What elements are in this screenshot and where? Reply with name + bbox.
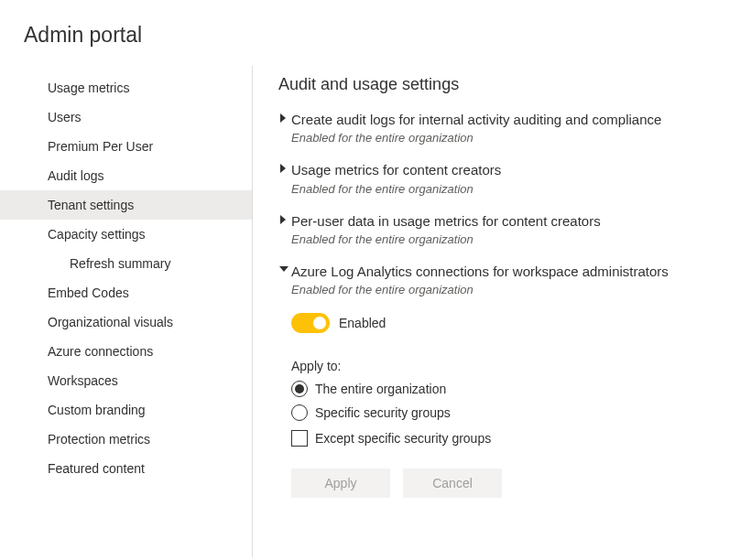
radio-specific-groups[interactable]: Specific security groups bbox=[291, 404, 724, 421]
radio-icon bbox=[291, 404, 308, 421]
expanded-panel: Enabled Apply to: The entire organizatio… bbox=[291, 302, 724, 498]
checkbox-icon bbox=[291, 430, 308, 447]
caret-right-icon bbox=[278, 214, 291, 225]
sidebar-item-embed-codes[interactable]: Embed Codes bbox=[0, 278, 252, 307]
setting-title: Azure Log Analytics connections for work… bbox=[291, 263, 724, 281]
sidebar: Usage metrics Users Premium Per User Aud… bbox=[0, 66, 253, 557]
setting-status: Enabled for the entire organization bbox=[291, 131, 724, 145]
sidebar-item-azure-connections[interactable]: Azure connections bbox=[0, 337, 252, 366]
radio-entire-org[interactable]: The entire organization bbox=[291, 381, 724, 397]
sidebar-item-capacity-settings[interactable]: Capacity settings bbox=[0, 220, 252, 249]
caret-right-icon bbox=[278, 113, 291, 124]
sidebar-item-users[interactable]: Users bbox=[0, 102, 252, 132]
caret-down-icon bbox=[278, 264, 291, 274]
sidebar-item-tenant-settings[interactable]: Tenant settings bbox=[0, 190, 252, 220]
setting-status: Enabled for the entire organization bbox=[291, 283, 724, 296]
sidebar-item-workspaces[interactable]: Workspaces bbox=[0, 366, 252, 395]
setting-title: Usage metrics for content creators bbox=[291, 161, 724, 179]
setting-title: Per-user data in usage metrics for conte… bbox=[291, 212, 724, 231]
radio-icon bbox=[291, 381, 308, 397]
setting-title: Create audit logs for internal activity … bbox=[291, 111, 724, 129]
enabled-toggle[interactable] bbox=[291, 313, 330, 333]
apply-button[interactable]: Apply bbox=[291, 468, 390, 498]
sidebar-item-organizational-visuals[interactable]: Organizational visuals bbox=[0, 307, 252, 337]
main-content: Audit and usage settings Create audit lo… bbox=[253, 66, 740, 557]
caret-right-icon bbox=[278, 163, 291, 174]
sidebar-subitem-refresh-summary[interactable]: Refresh summary bbox=[0, 249, 252, 278]
checkbox-except-specific[interactable]: Except specific security groups bbox=[291, 430, 724, 447]
sidebar-item-protection-metrics[interactable]: Protection metrics bbox=[0, 425, 252, 454]
page-title: Admin portal bbox=[0, 0, 740, 66]
setting-row-usage-metrics[interactable]: Usage metrics for content creators Enabl… bbox=[278, 161, 724, 195]
enabled-toggle-label: Enabled bbox=[339, 316, 386, 330]
setting-row-azure-log-analytics[interactable]: Azure Log Analytics connections for work… bbox=[278, 263, 724, 296]
sidebar-item-usage-metrics[interactable]: Usage metrics bbox=[0, 73, 252, 102]
setting-row-per-user-data[interactable]: Per-user data in usage metrics for conte… bbox=[278, 212, 724, 246]
section-heading: Audit and usage settings bbox=[278, 75, 724, 94]
setting-status: Enabled for the entire organization bbox=[291, 232, 724, 246]
setting-row-audit-logs[interactable]: Create audit logs for internal activity … bbox=[278, 111, 724, 145]
sidebar-item-audit-logs[interactable]: Audit logs bbox=[0, 161, 252, 190]
sidebar-item-custom-branding[interactable]: Custom branding bbox=[0, 395, 252, 425]
radio-label: The entire organization bbox=[315, 382, 446, 396]
setting-status: Enabled for the entire organization bbox=[291, 182, 724, 196]
sidebar-item-premium-per-user[interactable]: Premium Per User bbox=[0, 132, 252, 161]
cancel-button[interactable]: Cancel bbox=[403, 468, 502, 498]
checkbox-label: Except specific security groups bbox=[315, 431, 491, 446]
radio-label: Specific security groups bbox=[315, 405, 451, 420]
apply-to-label: Apply to: bbox=[291, 359, 724, 373]
sidebar-item-featured-content[interactable]: Featured content bbox=[0, 454, 252, 483]
